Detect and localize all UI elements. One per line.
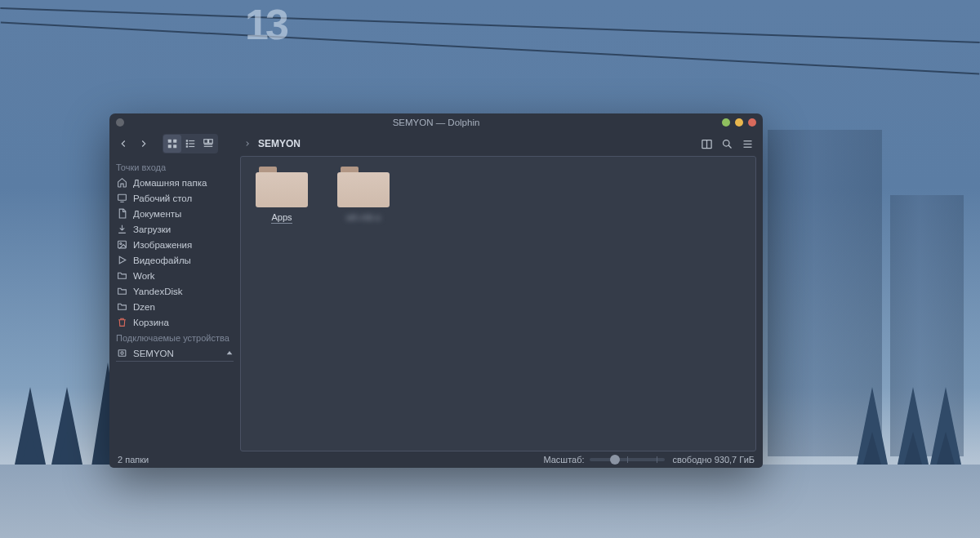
svg-point-25 (120, 352, 122, 354)
window-controls (722, 118, 756, 127)
detail-view-button[interactable] (199, 135, 217, 153)
compact-view-button[interactable] (181, 135, 199, 153)
folder-item[interactable]: wh-mb-s (334, 167, 393, 224)
sidebar-item-work[interactable]: Work (109, 268, 240, 283)
view-mode-group (163, 134, 218, 153)
svg-rect-19 (118, 194, 126, 200)
svg-rect-21 (118, 241, 126, 248)
desktop-icon (116, 193, 127, 204)
svg-rect-2 (168, 145, 172, 148)
sidebar-item-label: Work (133, 271, 155, 281)
places-panel: Точки входа Домашняя папка Рабочий стол … (109, 156, 240, 451)
maximize-button[interactable] (735, 118, 743, 127)
split-view-button[interactable] (697, 135, 715, 153)
sidebar-item-pictures[interactable]: Изображения (109, 237, 240, 252)
sidebar-item-trash[interactable]: Корзина (109, 314, 240, 330)
trash-icon (116, 317, 127, 328)
eject-icon[interactable] (225, 349, 234, 358)
sidebar-item-documents[interactable]: Документы (109, 206, 240, 221)
close-button[interactable] (748, 118, 756, 127)
chevron-right-icon (243, 140, 252, 148)
zoom-control[interactable]: Масштаб: (543, 455, 664, 465)
folder-icon (116, 270, 127, 282)
video-icon (116, 255, 127, 266)
svg-marker-23 (119, 256, 126, 264)
folder-label: Apps (271, 212, 292, 224)
image-icon (116, 239, 127, 251)
svg-rect-6 (186, 143, 188, 145)
item-count: 2 папки (118, 455, 149, 465)
sidebar-item-label: Корзина (133, 318, 169, 327)
minimize-button[interactable] (722, 118, 730, 127)
window-menu-dot[interactable] (116, 118, 124, 127)
sidebar-item-downloads[interactable]: Загрузки (109, 221, 240, 237)
folder-icon (337, 167, 390, 207)
svg-rect-9 (189, 146, 194, 147)
back-button[interactable] (114, 135, 132, 153)
sidebar-item-label: Изображения (133, 240, 192, 250)
dolphin-window: SEMYON — Dolphin (109, 113, 763, 468)
breadcrumb-current[interactable]: SEMYON (258, 138, 301, 149)
free-space: свободно 930,7 ГиБ (673, 455, 755, 465)
icon-view-button[interactable] (163, 135, 181, 153)
home-icon (116, 177, 127, 189)
sidebar-item-label: Загрузки (133, 225, 171, 234)
sidebar-item-label: SEMYON (133, 349, 174, 358)
svg-rect-1 (173, 140, 176, 143)
svg-line-15 (728, 145, 731, 148)
svg-rect-7 (189, 143, 194, 144)
search-button[interactable] (718, 135, 736, 153)
document-icon (116, 208, 127, 220)
svg-rect-10 (204, 140, 208, 144)
folder-item[interactable]: Apps (252, 167, 311, 224)
sidebar-item-videos[interactable]: Видеофайлы (109, 252, 240, 268)
svg-rect-8 (186, 145, 188, 147)
file-view[interactable]: Apps wh-mb-s (240, 156, 756, 451)
zoom-slider[interactable] (590, 458, 665, 461)
sidebar-item-label: Видеофайлы (133, 256, 191, 265)
sidebar-item-semyon-disk[interactable]: SEMYON (109, 345, 240, 361)
sidebar-item-label: Dzen (133, 302, 155, 312)
sidebar-item-label: YandexDisk (133, 287, 183, 296)
folder-icon (116, 286, 127, 297)
sidebar-item-dzen[interactable]: Dzen (109, 299, 240, 314)
svg-marker-26 (227, 351, 233, 354)
titlebar[interactable]: SEMYON — Dolphin (109, 113, 763, 131)
zoom-label: Масштаб: (543, 455, 584, 465)
sidebar-item-home[interactable]: Домашняя папка (109, 175, 240, 190)
download-icon (116, 224, 127, 235)
svg-rect-4 (186, 140, 188, 141)
svg-rect-11 (209, 140, 213, 144)
svg-point-14 (723, 140, 729, 146)
folder-icon (256, 167, 308, 207)
places-header: Точки входа (109, 159, 240, 175)
menu-button[interactable] (738, 135, 756, 153)
sidebar-item-yandexdisk[interactable]: YandexDisk (109, 283, 240, 299)
zoom-thumb[interactable] (610, 455, 620, 465)
svg-rect-3 (173, 145, 176, 148)
sidebar-item-label: Документы (133, 209, 181, 219)
folder-label: wh-mb-s (346, 212, 381, 222)
window-title: SEMYON — Dolphin (109, 118, 763, 127)
toolbar: SEMYON (109, 131, 763, 156)
devices-header: Подключаемые устройства (109, 330, 240, 345)
wallpaper-badge: 13 (245, 0, 286, 49)
svg-rect-0 (168, 140, 172, 143)
svg-rect-5 (189, 140, 194, 141)
disk-icon (116, 348, 127, 359)
forward-button[interactable] (135, 135, 153, 153)
sidebar-item-label: Рабочий стол (133, 193, 192, 203)
sidebar-item-desktop[interactable]: Рабочий стол (109, 190, 240, 206)
breadcrumb[interactable]: SEMYON (243, 138, 301, 149)
statusbar: 2 папки Масштаб: свободно 930,7 ГиБ (109, 451, 763, 468)
svg-point-22 (119, 242, 121, 244)
sidebar-item-label: Домашняя папка (133, 178, 207, 188)
svg-rect-24 (118, 350, 126, 357)
folder-icon (116, 301, 127, 313)
